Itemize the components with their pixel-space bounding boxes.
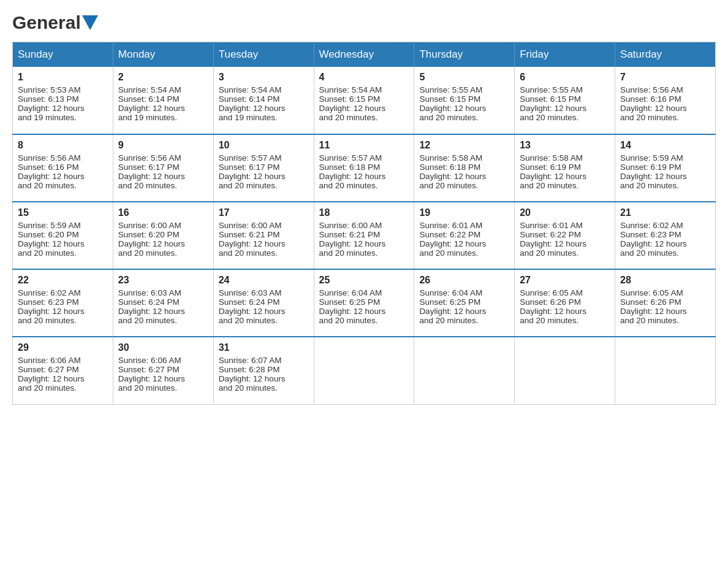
daylight-label: Daylight: 12 hours bbox=[620, 239, 687, 248]
daylight-cont: and 20 minutes. bbox=[319, 113, 378, 122]
daylight-cont: and 20 minutes. bbox=[219, 181, 278, 190]
calendar-cell: 15 Sunrise: 5:59 AM Sunset: 6:20 PM Dayl… bbox=[13, 202, 113, 269]
calendar-cell: 2 Sunrise: 5:54 AM Sunset: 6:14 PM Dayli… bbox=[113, 67, 213, 134]
day-number: 15 bbox=[18, 207, 108, 218]
daylight-cont: and 20 minutes. bbox=[520, 316, 578, 325]
sunrise-label: Sunrise: 6:00 AM bbox=[118, 221, 181, 230]
sunrise-label: Sunrise: 5:53 AM bbox=[18, 85, 81, 94]
daylight-label: Daylight: 12 hours bbox=[118, 239, 185, 248]
sunrise-label: Sunrise: 5:57 AM bbox=[319, 153, 382, 163]
daylight-cont: and 20 minutes. bbox=[219, 316, 278, 325]
col-header-tuesday: Tuesday bbox=[213, 42, 314, 67]
day-number: 11 bbox=[319, 140, 409, 151]
daylight-label: Daylight: 12 hours bbox=[419, 172, 486, 181]
calendar-cell: 25 Sunrise: 6:04 AM Sunset: 6:25 PM Dayl… bbox=[314, 269, 414, 337]
col-header-wednesday: Wednesday bbox=[314, 42, 414, 67]
daylight-label: Daylight: 12 hours bbox=[419, 104, 486, 113]
day-number: 12 bbox=[419, 140, 509, 151]
daylight-label: Daylight: 12 hours bbox=[520, 104, 586, 113]
calendar-cell: 5 Sunrise: 5:55 AM Sunset: 6:15 PM Dayli… bbox=[414, 67, 515, 134]
daylight-label: Daylight: 12 hours bbox=[18, 374, 85, 383]
day-number: 22 bbox=[18, 275, 108, 286]
calendar-cell: 26 Sunrise: 6:04 AM Sunset: 6:25 PM Dayl… bbox=[414, 269, 515, 337]
sunset-label: Sunset: 6:16 PM bbox=[620, 94, 681, 104]
col-header-monday: Monday bbox=[113, 42, 213, 67]
daylight-cont: and 20 minutes. bbox=[520, 181, 578, 190]
calendar-header-row: SundayMondayTuesdayWednesdayThursdayFrid… bbox=[13, 42, 716, 67]
calendar-cell: 29 Sunrise: 6:06 AM Sunset: 6:27 PM Dayl… bbox=[13, 337, 113, 404]
daylight-label: Daylight: 12 hours bbox=[219, 104, 286, 113]
sunset-label: Sunset: 6:25 PM bbox=[319, 297, 381, 307]
sunset-label: Sunset: 6:27 PM bbox=[118, 365, 180, 374]
sunset-label: Sunset: 6:19 PM bbox=[520, 163, 581, 172]
sunrise-label: Sunrise: 6:04 AM bbox=[419, 288, 482, 297]
calendar-cell: 22 Sunrise: 6:02 AM Sunset: 6:23 PM Dayl… bbox=[13, 269, 113, 337]
daylight-label: Daylight: 12 hours bbox=[620, 307, 687, 316]
daylight-label: Daylight: 12 hours bbox=[520, 172, 586, 181]
sunrise-label: Sunrise: 5:59 AM bbox=[620, 153, 683, 163]
daylight-cont: and 20 minutes. bbox=[620, 113, 679, 122]
daylight-label: Daylight: 12 hours bbox=[219, 307, 286, 316]
sunset-label: Sunset: 6:21 PM bbox=[319, 230, 381, 239]
calendar-cell: 27 Sunrise: 6:05 AM Sunset: 6:26 PM Dayl… bbox=[515, 269, 615, 337]
calendar-cell: 12 Sunrise: 5:58 AM Sunset: 6:18 PM Dayl… bbox=[414, 134, 515, 202]
sunrise-label: Sunrise: 5:55 AM bbox=[520, 85, 583, 94]
day-number: 24 bbox=[219, 275, 309, 286]
daylight-cont: and 20 minutes. bbox=[419, 248, 478, 258]
sunset-label: Sunset: 6:25 PM bbox=[419, 297, 480, 307]
logo-triangle-icon bbox=[81, 13, 99, 33]
sunset-label: Sunset: 6:17 PM bbox=[219, 163, 280, 172]
sunrise-label: Sunrise: 5:54 AM bbox=[319, 85, 382, 94]
calendar-cell: 17 Sunrise: 6:00 AM Sunset: 6:21 PM Dayl… bbox=[213, 202, 314, 269]
calendar-cell bbox=[515, 337, 615, 404]
daylight-cont: and 20 minutes. bbox=[620, 316, 679, 325]
day-number: 13 bbox=[520, 140, 610, 151]
daylight-label: Daylight: 12 hours bbox=[620, 172, 687, 181]
calendar-cell: 11 Sunrise: 5:57 AM Sunset: 6:18 PM Dayl… bbox=[314, 134, 414, 202]
daylight-label: Daylight: 12 hours bbox=[419, 307, 486, 316]
daylight-cont: and 20 minutes. bbox=[219, 383, 278, 393]
sunrise-label: Sunrise: 6:06 AM bbox=[18, 356, 81, 365]
sunrise-label: Sunrise: 6:02 AM bbox=[18, 288, 81, 297]
sunrise-label: Sunrise: 5:54 AM bbox=[118, 85, 181, 94]
day-number: 10 bbox=[219, 140, 309, 151]
calendar-cell: 1 Sunrise: 5:53 AM Sunset: 6:13 PM Dayli… bbox=[13, 67, 113, 134]
sunset-label: Sunset: 6:14 PM bbox=[118, 94, 180, 104]
sunrise-label: Sunrise: 5:56 AM bbox=[118, 153, 181, 163]
sunset-label: Sunset: 6:24 PM bbox=[219, 297, 280, 307]
sunset-label: Sunset: 6:21 PM bbox=[219, 230, 280, 239]
sunset-label: Sunset: 6:18 PM bbox=[419, 163, 480, 172]
day-number: 29 bbox=[18, 342, 108, 353]
daylight-label: Daylight: 12 hours bbox=[118, 172, 185, 181]
sunrise-label: Sunrise: 5:59 AM bbox=[18, 221, 81, 230]
sunset-label: Sunset: 6:23 PM bbox=[620, 230, 681, 239]
daylight-cont: and 20 minutes. bbox=[319, 248, 378, 258]
sunrise-label: Sunrise: 6:00 AM bbox=[319, 221, 382, 230]
daylight-label: Daylight: 12 hours bbox=[219, 239, 286, 248]
sunrise-label: Sunrise: 5:57 AM bbox=[219, 153, 282, 163]
sunrise-label: Sunrise: 5:56 AM bbox=[18, 153, 81, 163]
daylight-label: Daylight: 12 hours bbox=[520, 307, 586, 316]
day-number: 7 bbox=[620, 72, 710, 83]
daylight-cont: and 19 minutes. bbox=[219, 113, 278, 122]
col-header-thursday: Thursday bbox=[414, 42, 515, 67]
calendar-week-row: 1 Sunrise: 5:53 AM Sunset: 6:13 PM Dayli… bbox=[13, 67, 716, 134]
sunset-label: Sunset: 6:22 PM bbox=[520, 230, 581, 239]
daylight-label: Daylight: 12 hours bbox=[219, 172, 286, 181]
col-header-sunday: Sunday bbox=[13, 42, 113, 67]
logo: General bbox=[12, 12, 99, 29]
svg-marker-0 bbox=[82, 15, 98, 30]
sunset-label: Sunset: 6:20 PM bbox=[118, 230, 180, 239]
daylight-label: Daylight: 12 hours bbox=[118, 104, 185, 113]
daylight-label: Daylight: 12 hours bbox=[319, 104, 386, 113]
sunset-label: Sunset: 6:24 PM bbox=[118, 297, 180, 307]
sunrise-label: Sunrise: 6:02 AM bbox=[620, 221, 683, 230]
sunset-label: Sunset: 6:15 PM bbox=[419, 94, 480, 104]
day-number: 2 bbox=[118, 72, 208, 83]
sunrise-label: Sunrise: 6:00 AM bbox=[219, 221, 282, 230]
daylight-label: Daylight: 12 hours bbox=[319, 239, 386, 248]
daylight-cont: and 20 minutes. bbox=[118, 181, 177, 190]
sunset-label: Sunset: 6:19 PM bbox=[620, 163, 681, 172]
calendar-week-row: 22 Sunrise: 6:02 AM Sunset: 6:23 PM Dayl… bbox=[13, 269, 716, 337]
day-number: 26 bbox=[419, 275, 509, 286]
